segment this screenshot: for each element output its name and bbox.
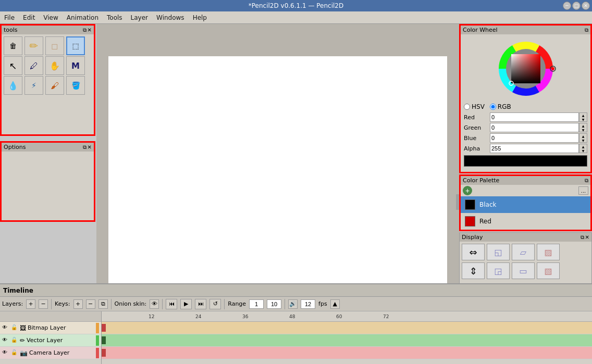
camera-eye[interactable]: 👁 [2, 349, 9, 357]
remove-key-btn[interactable]: − [86, 299, 95, 309]
close-btn[interactable]: ✕ [582, 2, 590, 10]
options-float-btn[interactable]: ⧉ [83, 144, 87, 150]
tilt-right-btn[interactable]: ◲ [487, 262, 510, 279]
wheel-container [464, 37, 587, 100]
fps-up-btn[interactable]: ▲ [330, 299, 340, 309]
tilt-left-btn[interactable]: ◱ [487, 244, 510, 260]
palette-more-btn[interactable]: ... [578, 186, 588, 195]
maximize-btn[interactable]: □ [572, 2, 581, 10]
alpha-up[interactable]: ▲ [579, 144, 587, 148]
color-wheel-label: Color Wheel [463, 27, 498, 33]
layer-row-vector[interactable]: 👁 🔓 ✏ Vector Layer [0, 334, 101, 347]
eyedropper-tool-btn[interactable]: 💧 [4, 76, 22, 95]
loop-btn[interactable]: ↺ [209, 299, 221, 309]
add-key-btn[interactable]: + [73, 299, 83, 309]
camera-keyframe-1[interactable] [102, 349, 106, 357]
bitmap-track[interactable] [102, 322, 592, 334]
flip-v-btn[interactable]: ⇕ [462, 262, 485, 279]
pencil-tool-btn[interactable]: ✏ [24, 36, 43, 55]
display-close-btn[interactable]: ✕ [585, 234, 589, 241]
flip-h-btn[interactable]: ⇔ [462, 244, 485, 260]
add-layer-btn[interactable]: + [26, 299, 35, 309]
vol-btn[interactable]: 🔊 [288, 299, 298, 309]
remove-layer-btn[interactable]: − [39, 299, 48, 309]
menu-help[interactable]: Help [189, 13, 211, 22]
menu-view[interactable]: View [39, 13, 62, 22]
color-palette-float-btn[interactable]: ⧉ [585, 178, 588, 184]
flip-v2-btn[interactable]: ▱ [512, 244, 535, 260]
menu-windows[interactable]: Windows [152, 13, 189, 22]
overlay2-btn[interactable]: ▭ [512, 262, 535, 279]
smudge-tool-btn[interactable]: M [66, 56, 85, 75]
vector-track[interactable] [102, 334, 592, 347]
camera-lock[interactable]: 🔓 [11, 349, 18, 357]
red-down[interactable]: ▼ [579, 117, 587, 121]
move-tool-btn[interactable]: ↖ [4, 56, 22, 75]
range-start-input[interactable] [249, 299, 264, 309]
skip-fwd-btn[interactable]: ⏭ [195, 299, 206, 309]
palette-item-red[interactable]: Red [461, 213, 590, 230]
add-color-btn[interactable]: + [463, 186, 472, 195]
palette-item-black[interactable]: Black [461, 196, 590, 213]
color-wheel-float-btn[interactable]: ⧉ [585, 27, 588, 33]
alpha-down[interactable]: ▼ [579, 148, 587, 153]
green-input[interactable] [490, 123, 579, 132]
color2-btn[interactable]: ▧ [537, 262, 560, 279]
vector-keyframe-1[interactable] [102, 336, 106, 344]
divider3 [162, 299, 163, 309]
red-up[interactable]: ▲ [579, 113, 587, 117]
vector-eye[interactable]: 👁 [2, 337, 9, 344]
tools-float-btn[interactable]: ⧉ [83, 27, 87, 33]
bitmap-keyframe-1[interactable] [102, 324, 106, 332]
menu-edit[interactable]: Edit [19, 13, 39, 22]
rgb-radio[interactable] [490, 104, 496, 110]
menu-animation[interactable]: Animation [63, 13, 103, 22]
blue-up[interactable]: ▲ [579, 134, 587, 138]
display-float-btn[interactable]: ⧉ [581, 234, 584, 241]
fps-input[interactable] [301, 299, 315, 309]
green-spinner[interactable]: ▲ ▼ [579, 123, 587, 132]
select-tool-btn[interactable]: ⬚ [66, 36, 85, 55]
alpha-input[interactable] [490, 144, 579, 153]
brush-tool-btn[interactable]: 🖌 [45, 76, 64, 95]
layer-row-camera[interactable]: 👁 🔓 📷 Camera Layer [0, 347, 101, 359]
blue-spinner[interactable]: ▲ ▼ [579, 133, 587, 143]
eraser-tool-btn[interactable]: ◻ [45, 36, 64, 55]
color-wheel-svg[interactable] [495, 37, 557, 100]
dup-key-btn[interactable]: ⧉ [98, 299, 108, 309]
tools-close-btn[interactable]: ✕ [88, 27, 92, 33]
clear-tool-btn[interactable]: 🗑 [4, 36, 22, 55]
display-label: Display [462, 234, 483, 241]
options-close-btn[interactable]: ✕ [88, 144, 92, 150]
hsv-radio[interactable] [464, 104, 470, 110]
menu-file[interactable]: File [0, 13, 19, 22]
skip-back-btn[interactable]: ⏮ [166, 299, 177, 309]
red-spinner[interactable]: ▲ ▼ [579, 112, 587, 122]
minimize-btn[interactable]: ─ [563, 2, 571, 10]
bitmap-eye[interactable]: 👁 [2, 324, 9, 332]
red-input[interactable] [490, 112, 579, 122]
layer-row-bitmap[interactable]: 👁 🔓 🖼 Bitmap Layer [0, 322, 101, 334]
red-row: Red ▲ ▼ [464, 112, 587, 122]
menu-layer[interactable]: Layer [127, 13, 152, 22]
alpha-spinner[interactable]: ▲ ▼ [579, 144, 587, 153]
hsv-radio-group[interactable]: HSV [464, 103, 485, 110]
green-down[interactable]: ▼ [579, 128, 587, 132]
menu-tools[interactable]: Tools [103, 13, 127, 22]
color-overlay-btn[interactable]: ▨ [537, 244, 560, 260]
bucket-tool-btn[interactable]: 🪣 [66, 76, 85, 95]
bitmap-lock[interactable]: 🔓 [11, 324, 18, 332]
pen-tool-btn[interactable]: 🖊 [24, 56, 43, 75]
rgb-radio-group[interactable]: RGB [490, 103, 511, 110]
range-end-input[interactable] [267, 299, 281, 309]
onion-btn[interactable]: 👁 [150, 299, 159, 309]
polyline-tool-btn[interactable]: ⚡ [24, 76, 43, 95]
play-btn[interactable]: ▶ [180, 299, 192, 309]
blue-input[interactable] [490, 133, 579, 143]
blue-down[interactable]: ▼ [579, 138, 587, 142]
camera-track[interactable] [102, 347, 592, 359]
green-up[interactable]: ▲ [579, 123, 587, 128]
vector-lock[interactable]: 🔓 [11, 337, 18, 344]
hand-tool-btn[interactable]: ✋ [45, 56, 64, 75]
divider1 [51, 299, 52, 309]
